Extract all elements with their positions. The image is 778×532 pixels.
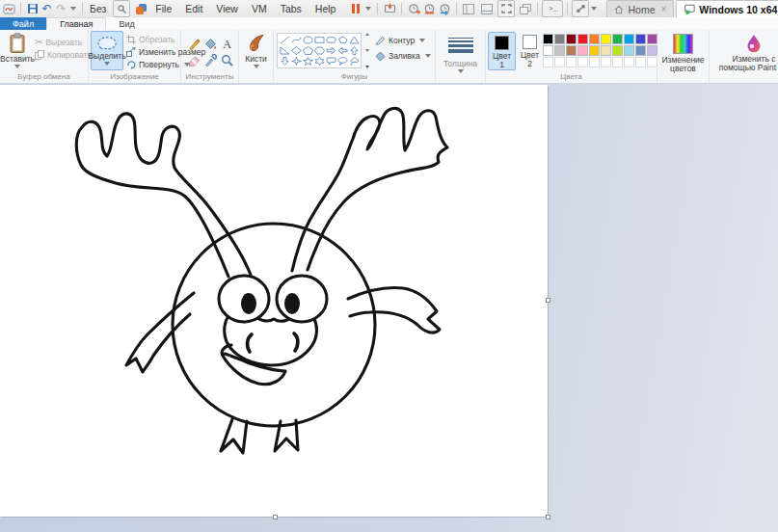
shape-rounded-rectangle-icon[interactable] bbox=[325, 35, 336, 45]
palette-empty-slot[interactable] bbox=[577, 57, 588, 67]
fit-options-caret-icon[interactable] bbox=[591, 7, 597, 11]
take-snapshot-button[interactable] bbox=[406, 1, 421, 16]
palette-swatch[interactable] bbox=[624, 34, 634, 44]
shape-line-icon[interactable] bbox=[279, 35, 290, 45]
canvas-resize-handle-bottom[interactable] bbox=[273, 515, 278, 519]
palette-swatch[interactable] bbox=[554, 34, 565, 44]
size-caret-icon[interactable] bbox=[458, 69, 464, 73]
palette-swatch[interactable] bbox=[647, 34, 657, 44]
menu-file[interactable]: File bbox=[148, 3, 178, 14]
palette-swatch[interactable] bbox=[612, 34, 623, 44]
palette-swatch[interactable] bbox=[601, 34, 611, 44]
palette-swatch[interactable] bbox=[589, 34, 600, 44]
palette-swatch[interactable] bbox=[566, 34, 577, 44]
redo-button[interactable]: ↷ bbox=[54, 2, 68, 16]
tab-view[interactable]: Вид bbox=[106, 17, 147, 30]
close-tab-icon[interactable]: × bbox=[660, 4, 666, 14]
ctrl-alt-del-button[interactable] bbox=[382, 1, 397, 16]
shape-callout-oval-icon[interactable] bbox=[336, 56, 348, 66]
revert-snapshot-button[interactable] bbox=[421, 1, 437, 16]
pencil-icon[interactable] bbox=[186, 36, 201, 51]
shape-star-5-icon[interactable] bbox=[302, 56, 313, 66]
shapes-scroll-down-icon[interactable] bbox=[365, 49, 369, 52]
shape-arrow-down-icon[interactable] bbox=[279, 56, 290, 66]
palette-swatch[interactable] bbox=[554, 45, 565, 56]
palette-empty-slot[interactable] bbox=[647, 57, 657, 67]
shape-arrow-right-icon[interactable] bbox=[325, 45, 336, 56]
outline-button[interactable]: Контур bbox=[375, 34, 433, 46]
palette-swatch[interactable] bbox=[543, 34, 553, 44]
palette-swatch[interactable] bbox=[577, 45, 588, 56]
palette-swatch[interactable] bbox=[589, 45, 600, 56]
shape-oval-icon[interactable] bbox=[302, 35, 313, 45]
menu-help[interactable]: Help bbox=[309, 3, 343, 14]
palette-swatch[interactable] bbox=[647, 45, 657, 56]
text-icon[interactable]: A bbox=[219, 36, 234, 51]
paint3d-button[interactable]: Изменить с помощью Paint 3D bbox=[710, 30, 778, 72]
size-button[interactable]: Толщина bbox=[436, 30, 485, 73]
tab-home[interactable]: Home × bbox=[606, 0, 674, 17]
palette-empty-slot[interactable] bbox=[566, 57, 577, 67]
save-button[interactable] bbox=[25, 2, 40, 16]
color1-button[interactable]: Цвет 1 bbox=[488, 32, 516, 70]
copy-button[interactable]: Копировать bbox=[35, 48, 92, 61]
shape-polygon-icon[interactable] bbox=[336, 35, 348, 45]
shape-hexagon-icon[interactable] bbox=[313, 45, 325, 56]
palette-swatch[interactable] bbox=[577, 34, 588, 44]
paste-button[interactable]: Вставить bbox=[0, 30, 35, 68]
palette-empty-slot[interactable] bbox=[624, 57, 634, 67]
shape-arrow-up-icon[interactable] bbox=[348, 45, 360, 56]
menu-vm[interactable]: VM bbox=[245, 3, 274, 14]
eraser-icon[interactable] bbox=[186, 52, 201, 67]
shape-pentagon-icon[interactable] bbox=[302, 45, 313, 56]
show-thumbnail-bar-icon[interactable] bbox=[479, 1, 495, 16]
brushes-button[interactable]: Кисти bbox=[239, 30, 273, 68]
drawing-canvas[interactable] bbox=[0, 85, 548, 517]
palette-swatch[interactable] bbox=[543, 45, 553, 56]
tab-home-ribbon[interactable]: Главная bbox=[46, 17, 106, 30]
select-caret-icon[interactable] bbox=[104, 62, 110, 66]
brushes-caret-icon[interactable] bbox=[254, 65, 259, 68]
palette-swatch[interactable] bbox=[635, 45, 646, 56]
menu-tabs[interactable]: Tabs bbox=[274, 3, 309, 14]
fill-icon[interactable] bbox=[202, 36, 218, 51]
canvas-resize-handle-right[interactable] bbox=[546, 298, 550, 303]
pause-vm-button[interactable] bbox=[348, 1, 363, 16]
palette-empty-slot[interactable] bbox=[543, 57, 553, 67]
magnifier-icon[interactable] bbox=[219, 52, 234, 67]
palette-empty-slot[interactable] bbox=[612, 57, 623, 67]
pin-toolbar-icon[interactable] bbox=[113, 0, 130, 17]
qat-customize-caret-icon[interactable] bbox=[70, 7, 76, 11]
show-library-panel-icon[interactable] bbox=[461, 1, 476, 16]
palette-swatch[interactable] bbox=[612, 45, 623, 56]
shape-triangle-icon[interactable] bbox=[348, 35, 360, 45]
shape-right-triangle-icon[interactable] bbox=[279, 45, 290, 56]
manage-snapshots-button[interactable] bbox=[437, 1, 452, 16]
canvas-resize-handle-corner[interactable] bbox=[546, 515, 550, 519]
shape-callout-cloud-icon[interactable] bbox=[348, 56, 360, 66]
console-view-icon[interactable]: >_ bbox=[542, 0, 563, 17]
palette-swatch[interactable] bbox=[624, 45, 634, 56]
palette-swatch[interactable] bbox=[566, 45, 577, 56]
palette-swatch[interactable] bbox=[601, 45, 611, 56]
shape-star-6-icon[interactable] bbox=[313, 56, 325, 66]
fit-guest-icon[interactable] bbox=[572, 0, 589, 17]
palette-empty-slot[interactable] bbox=[601, 57, 611, 67]
power-options-caret-icon[interactable] bbox=[365, 7, 371, 11]
palette-empty-slot[interactable] bbox=[554, 57, 565, 67]
picker-icon[interactable] bbox=[202, 52, 218, 67]
edit-colors-button[interactable]: Изменение цветов bbox=[657, 30, 709, 73]
vmware-window-icon[interactable] bbox=[133, 1, 148, 16]
fill-shape-button[interactable]: Заливка bbox=[375, 49, 433, 62]
shapes-more-icon[interactable] bbox=[365, 66, 369, 68]
shape-star-4-icon[interactable] bbox=[290, 56, 302, 66]
color2-button[interactable]: Цвет 2 bbox=[517, 32, 543, 70]
fill-caret-icon[interactable] bbox=[425, 54, 431, 58]
cut-button[interactable]: ✂ Вырезать bbox=[35, 36, 92, 48]
palette-empty-slot[interactable] bbox=[635, 57, 646, 67]
palette-swatch[interactable] bbox=[635, 34, 646, 44]
outline-caret-icon[interactable] bbox=[419, 39, 425, 42]
menu-edit[interactable]: Edit bbox=[178, 3, 209, 14]
paste-caret-icon[interactable] bbox=[14, 65, 20, 68]
shape-callout-rounded-icon[interactable] bbox=[325, 56, 336, 66]
